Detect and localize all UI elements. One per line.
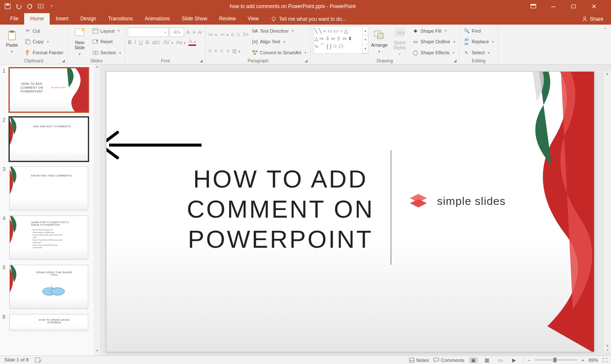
dialog-launcher-icon[interactable]: ◢ (454, 59, 457, 63)
slide-thumbnail-5[interactable]: DRAW USING THE SHAPE TOOL (9, 265, 88, 309)
font-size-combo[interactable]: 40 (170, 28, 184, 37)
decrease-indent-button[interactable]: ≤ (231, 31, 234, 37)
tab-view[interactable]: View (242, 13, 265, 25)
select-button[interactable]: ↖Select (462, 48, 495, 57)
layout-button[interactable]: Layout (91, 26, 123, 36)
numbering-button[interactable]: ≕ (220, 31, 228, 37)
reading-view-icon[interactable]: ▭ (496, 357, 505, 363)
slide-thumbnail-1[interactable]: HOW TO ADD COMMENT ON POWERPOINT ◆ simpl… (9, 68, 88, 112)
thumbnail-scrollbar[interactable]: ▴▾ (94, 64, 101, 356)
slide-thumbnail-4[interactable]: LEARN HOW TO INSERT PHOTO ALBUM IN POWER… (9, 216, 88, 260)
gallery-more-icon[interactable]: ▾ (362, 45, 368, 53)
align-left-button[interactable]: ≡ (208, 48, 211, 54)
canvas-scrollbar[interactable]: ▴▾≡ (604, 71, 611, 352)
align-right-button[interactable]: ≡ (220, 48, 223, 54)
tab-home[interactable]: Home (24, 13, 50, 25)
clear-formatting-icon[interactable]: A⁄ (197, 28, 203, 37)
align-text-button[interactable]: [≡]Align Text (250, 37, 308, 46)
paste-button[interactable]: Paste (3, 26, 21, 58)
dialog-launcher-icon[interactable]: ◢ (305, 59, 308, 63)
increase-font-icon[interactable]: Â (185, 28, 190, 37)
tab-file[interactable]: File (4, 13, 24, 25)
fit-to-window-icon[interactable]: ⛶ (603, 358, 608, 363)
collapse-ribbon-icon[interactable]: ˄ (600, 25, 611, 64)
char-spacing-button[interactable]: AV (163, 39, 173, 45)
arrange-button[interactable]: Arrange (370, 26, 389, 58)
italic-button[interactable]: I (135, 39, 136, 45)
minimize-icon[interactable] (551, 4, 563, 9)
slide-counter[interactable]: Slide 1 of 8 (4, 357, 29, 363)
gallery-down-icon[interactable]: ▾ (362, 35, 368, 44)
notes-button[interactable]: Notes (409, 358, 429, 363)
increase-indent-button[interactable]: ≥ (237, 31, 240, 37)
cut-button[interactable]: ✂Cut (23, 26, 65, 36)
tab-insert[interactable]: Insert (50, 13, 74, 25)
font-color-button[interactable]: A (188, 39, 196, 46)
spellcheck-icon[interactable] (35, 357, 42, 363)
svg-point-10 (272, 17, 275, 20)
qat-customize-icon[interactable] (48, 3, 55, 10)
normal-view-icon[interactable]: ▣ (469, 357, 478, 363)
shape-fill-button[interactable]: ◆Shape Fill (411, 26, 457, 36)
sorter-view-icon[interactable]: ▦ (482, 357, 492, 363)
tab-animations[interactable]: Animations (139, 13, 176, 25)
close-icon[interactable] (591, 4, 604, 9)
convert-smartart-button[interactable]: Convert to SmartArt (250, 48, 308, 57)
reset-button[interactable]: Reset (91, 37, 123, 46)
new-slide-button[interactable]: New Slide (70, 26, 89, 58)
shape-effects-button[interactable]: ◯Shape Effects (411, 48, 457, 57)
text-shadow-button[interactable]: abc (152, 39, 160, 45)
gallery-up-icon[interactable]: ▴ (362, 26, 368, 35)
justify-button[interactable]: ≡ (226, 48, 229, 54)
strike-button[interactable]: S (146, 39, 149, 45)
window-title: how to add comments on PowerPoint.pptx -… (55, 3, 530, 9)
ribbon-display-options-icon[interactable] (530, 4, 543, 9)
group-label-paragraph: Paragraph◢ (208, 58, 308, 63)
tab-slideshow[interactable]: Slide Show (176, 13, 213, 25)
align-center-button[interactable]: ≡ (214, 48, 217, 54)
zoom-out-button[interactable]: − (528, 358, 531, 363)
font-name-combo[interactable] (128, 28, 168, 37)
bold-button[interactable]: B (128, 39, 132, 45)
undo-icon[interactable] (15, 3, 22, 10)
underline-button[interactable]: U (139, 39, 143, 45)
change-case-button[interactable]: Aa (176, 39, 186, 45)
slideshow-icon[interactable] (37, 3, 44, 10)
format-painter-button[interactable]: Format Painter (23, 48, 65, 57)
slide-title[interactable]: HOW TO ADD COMMENT ON POWERPOINT (162, 164, 399, 254)
new-slide-icon (74, 27, 86, 39)
decrease-font-icon[interactable]: Ǎ (192, 28, 196, 37)
slide-thumbnail-6[interactable]: HOW TO DRAW USING SCRIBBLE (9, 314, 88, 331)
line-spacing-button[interactable]: ‡≡ (243, 31, 249, 37)
svg-point-12 (583, 17, 586, 19)
save-icon[interactable] (4, 3, 11, 10)
slide-thumbnail-3[interactable]: SHOW AND HIDE COMMENTS (9, 166, 88, 210)
slide-canvas[interactable]: HOW TO ADD COMMENT ON POWERPOINT simple … (106, 71, 594, 352)
tab-review[interactable]: Review (213, 13, 241, 25)
quick-styles-button[interactable]: Abc Quick Styles (390, 26, 409, 58)
bullets-button[interactable]: ≔ (208, 31, 217, 37)
dialog-launcher-icon[interactable]: ◢ (62, 59, 65, 63)
section-button[interactable]: Section (91, 48, 123, 57)
copy-button[interactable]: Copy (23, 37, 65, 46)
zoom-level[interactable]: 89% (589, 358, 598, 363)
shapes-gallery[interactable]: ╲ ╲ ⌐ ▭ ▭ ○ △ △ ⇨ ⇩ ⇦ ⇧ ⬄ ⬍ ∿ ⌒ { } ☆ ⬠ … (313, 26, 368, 54)
zoom-slider[interactable] (535, 359, 577, 361)
slide-thumbnail-2[interactable]: ADD AND EDIT COMMENTS (9, 117, 88, 161)
tab-design[interactable]: Design (74, 13, 102, 25)
comments-button[interactable]: Comments (433, 358, 465, 363)
replace-button[interactable]: abacReplace (462, 37, 495, 46)
text-direction-button[interactable]: IIAText Direction (250, 26, 308, 36)
smartart-icon (252, 49, 258, 56)
share-button[interactable]: Share (574, 14, 611, 25)
dialog-launcher-icon[interactable]: ◢ (200, 59, 203, 63)
tab-transitions[interactable]: Transitions (102, 13, 139, 25)
redo-icon[interactable] (26, 3, 33, 10)
shape-outline-button[interactable]: ▭Shape Outline (411, 37, 457, 46)
find-button[interactable]: 🔍Find (462, 26, 495, 36)
slideshow-view-icon[interactable]: ▶ (510, 357, 519, 363)
tell-me-search[interactable]: Tell me what you want to do... (265, 14, 574, 25)
columns-button[interactable]: ▥ (232, 48, 240, 54)
maximize-icon[interactable] (571, 4, 584, 9)
zoom-in-button[interactable]: + (581, 358, 584, 363)
